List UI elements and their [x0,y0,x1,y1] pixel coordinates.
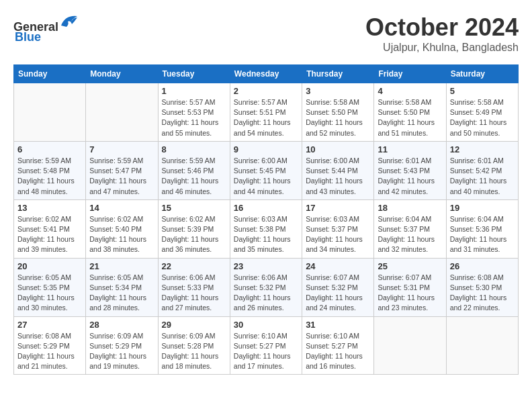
calendar-cell: 21Sunrise: 6:05 AM Sunset: 5:34 PM Dayli… [86,258,158,316]
weekday-header-sunday: Sunday [14,65,86,83]
day-info: Sunrise: 6:09 AM Sunset: 5:28 PM Dayligh… [162,331,226,372]
title-block: October 2024 Ujalpur, Khulna, Bangladesh [365,13,519,54]
calendar-cell: 23Sunrise: 6:06 AM Sunset: 5:32 PM Dayli… [230,258,302,316]
day-info: Sunrise: 6:07 AM Sunset: 5:32 PM Dayligh… [306,273,370,314]
day-number: 31 [306,320,370,330]
calendar-body: 1Sunrise: 5:57 AM Sunset: 5:53 PM Daylig… [14,83,519,375]
day-number: 30 [234,320,298,330]
day-info: Sunrise: 6:01 AM Sunset: 5:42 PM Dayligh… [450,156,515,197]
calendar-week-row: 1Sunrise: 5:57 AM Sunset: 5:53 PM Daylig… [14,83,519,142]
day-info: Sunrise: 6:05 AM Sunset: 5:35 PM Dayligh… [17,273,82,314]
day-info: Sunrise: 6:02 AM Sunset: 5:39 PM Dayligh… [162,214,226,255]
calendar-cell: 11Sunrise: 6:01 AM Sunset: 5:43 PM Dayli… [374,141,446,199]
location: Ujalpur, Khulna, Bangladesh [365,42,519,54]
calendar-cell: 20Sunrise: 6:05 AM Sunset: 5:35 PM Dayli… [14,258,86,316]
day-info: Sunrise: 6:04 AM Sunset: 5:36 PM Dayligh… [450,214,515,255]
calendar-week-row: 13Sunrise: 6:02 AM Sunset: 5:41 PM Dayli… [14,199,519,258]
calendar-cell: 8Sunrise: 5:59 AM Sunset: 5:46 PM Daylig… [158,141,230,199]
day-number: 5 [450,86,515,96]
day-number: 29 [162,320,226,330]
day-info: Sunrise: 6:00 AM Sunset: 5:45 PM Dayligh… [234,156,298,197]
day-info: Sunrise: 6:10 AM Sunset: 5:27 PM Dayligh… [306,331,370,372]
day-info: Sunrise: 6:08 AM Sunset: 5:29 PM Dayligh… [17,331,82,372]
calendar-cell: 26Sunrise: 6:08 AM Sunset: 5:30 PM Dayli… [446,258,518,316]
day-info: Sunrise: 6:08 AM Sunset: 5:30 PM Dayligh… [450,273,515,314]
day-info: Sunrise: 6:10 AM Sunset: 5:27 PM Dayligh… [234,331,298,372]
weekday-header-saturday: Saturday [446,65,518,83]
day-number: 19 [450,203,515,213]
calendar-cell [374,316,446,375]
calendar-cell: 19Sunrise: 6:04 AM Sunset: 5:36 PM Dayli… [446,199,518,258]
logo: General Blue [13,13,79,44]
day-info: Sunrise: 5:57 AM Sunset: 5:53 PM Dayligh… [162,97,226,138]
day-info: Sunrise: 6:03 AM Sunset: 5:38 PM Dayligh… [234,214,298,255]
calendar-week-row: 20Sunrise: 6:05 AM Sunset: 5:35 PM Dayli… [14,258,519,316]
calendar-cell: 31Sunrise: 6:10 AM Sunset: 5:27 PM Dayli… [302,316,374,375]
day-number: 20 [17,261,82,271]
page-header: General Blue October 2024 Ujalpur, Khuln… [13,13,519,54]
logo-blue-text: Blue [13,30,41,44]
calendar-cell [14,83,86,142]
day-number: 27 [17,320,82,330]
weekday-header-monday: Monday [86,65,158,83]
day-number: 17 [306,203,370,213]
calendar-cell: 14Sunrise: 6:02 AM Sunset: 5:40 PM Dayli… [86,199,158,258]
day-info: Sunrise: 6:02 AM Sunset: 5:41 PM Dayligh… [17,214,82,255]
day-info: Sunrise: 6:06 AM Sunset: 5:33 PM Dayligh… [162,273,226,314]
day-info: Sunrise: 6:02 AM Sunset: 5:40 PM Dayligh… [89,214,154,255]
month-title: October 2024 [365,13,519,42]
calendar-cell: 2Sunrise: 5:57 AM Sunset: 5:51 PM Daylig… [230,83,302,142]
day-number: 2 [234,86,298,96]
day-number: 9 [234,144,298,154]
calendar-cell: 25Sunrise: 6:07 AM Sunset: 5:31 PM Dayli… [374,258,446,316]
calendar-cell [86,83,158,142]
calendar-cell: 12Sunrise: 6:01 AM Sunset: 5:42 PM Dayli… [446,141,518,199]
day-number: 3 [306,86,370,96]
day-number: 11 [378,144,442,154]
day-number: 28 [89,320,154,330]
day-number: 14 [89,203,154,213]
calendar-cell: 27Sunrise: 6:08 AM Sunset: 5:29 PM Dayli… [14,316,86,375]
day-number: 18 [378,203,442,213]
calendar-table: SundayMondayTuesdayWednesdayThursdayFrid… [13,64,519,375]
day-info: Sunrise: 5:58 AM Sunset: 5:50 PM Dayligh… [306,97,370,138]
calendar-cell: 22Sunrise: 6:06 AM Sunset: 5:33 PM Dayli… [158,258,230,316]
calendar-header-row: SundayMondayTuesdayWednesdayThursdayFrid… [14,65,519,83]
calendar-cell [446,316,518,375]
day-info: Sunrise: 6:00 AM Sunset: 5:44 PM Dayligh… [306,156,370,197]
day-info: Sunrise: 6:06 AM Sunset: 5:32 PM Dayligh… [234,273,298,314]
calendar-cell: 3Sunrise: 5:58 AM Sunset: 5:50 PM Daylig… [302,83,374,142]
day-number: 12 [450,144,515,154]
day-number: 1 [162,86,226,96]
logo-bird-icon [58,13,79,31]
day-number: 25 [378,261,442,271]
calendar-cell: 24Sunrise: 6:07 AM Sunset: 5:32 PM Dayli… [302,258,374,316]
day-number: 10 [306,144,370,154]
day-info: Sunrise: 5:59 AM Sunset: 5:48 PM Dayligh… [17,156,82,197]
calendar-cell: 18Sunrise: 6:04 AM Sunset: 5:37 PM Dayli… [374,199,446,258]
day-number: 24 [306,261,370,271]
day-info: Sunrise: 6:09 AM Sunset: 5:29 PM Dayligh… [89,331,154,372]
day-info: Sunrise: 5:57 AM Sunset: 5:51 PM Dayligh… [234,97,298,138]
day-info: Sunrise: 6:01 AM Sunset: 5:43 PM Dayligh… [378,156,442,197]
day-number: 7 [89,144,154,154]
day-info: Sunrise: 5:59 AM Sunset: 5:46 PM Dayligh… [162,156,226,197]
calendar-cell: 13Sunrise: 6:02 AM Sunset: 5:41 PM Dayli… [14,199,86,258]
weekday-header-tuesday: Tuesday [158,65,230,83]
calendar-cell: 16Sunrise: 6:03 AM Sunset: 5:38 PM Dayli… [230,199,302,258]
calendar-cell: 7Sunrise: 5:59 AM Sunset: 5:47 PM Daylig… [86,141,158,199]
weekday-header-thursday: Thursday [302,65,374,83]
day-number: 16 [234,203,298,213]
calendar-cell: 29Sunrise: 6:09 AM Sunset: 5:28 PM Dayli… [158,316,230,375]
day-info: Sunrise: 6:04 AM Sunset: 5:37 PM Dayligh… [378,214,442,255]
day-info: Sunrise: 6:03 AM Sunset: 5:37 PM Dayligh… [306,214,370,255]
day-info: Sunrise: 6:05 AM Sunset: 5:34 PM Dayligh… [89,273,154,314]
calendar-cell: 4Sunrise: 5:58 AM Sunset: 5:50 PM Daylig… [374,83,446,142]
calendar-cell: 30Sunrise: 6:10 AM Sunset: 5:27 PM Dayli… [230,316,302,375]
day-number: 8 [162,144,226,154]
calendar-week-row: 6Sunrise: 5:59 AM Sunset: 5:48 PM Daylig… [14,141,519,199]
calendar-cell: 28Sunrise: 6:09 AM Sunset: 5:29 PM Dayli… [86,316,158,375]
day-number: 13 [17,203,82,213]
calendar-cell: 5Sunrise: 5:58 AM Sunset: 5:49 PM Daylig… [446,83,518,142]
day-number: 23 [234,261,298,271]
